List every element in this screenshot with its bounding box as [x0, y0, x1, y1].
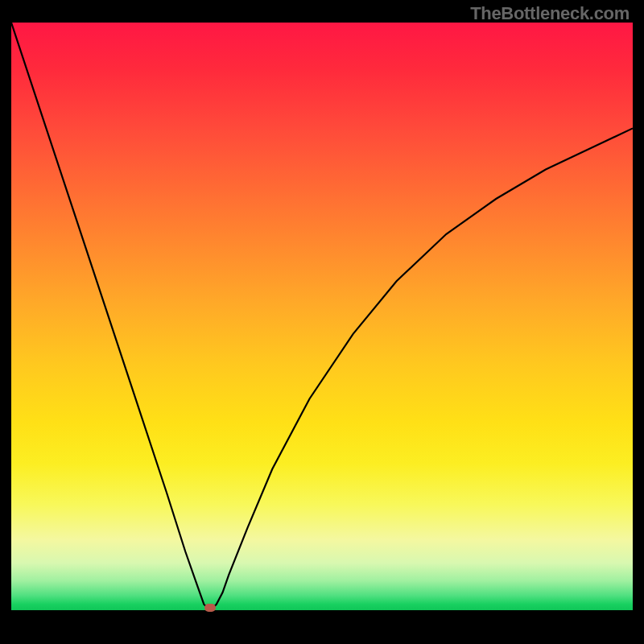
watermark-text: TheBottleneck.com	[470, 3, 630, 24]
bottleneck-curve	[11, 23, 633, 610]
minimum-marker	[204, 604, 216, 612]
plot-container	[11, 23, 633, 633]
